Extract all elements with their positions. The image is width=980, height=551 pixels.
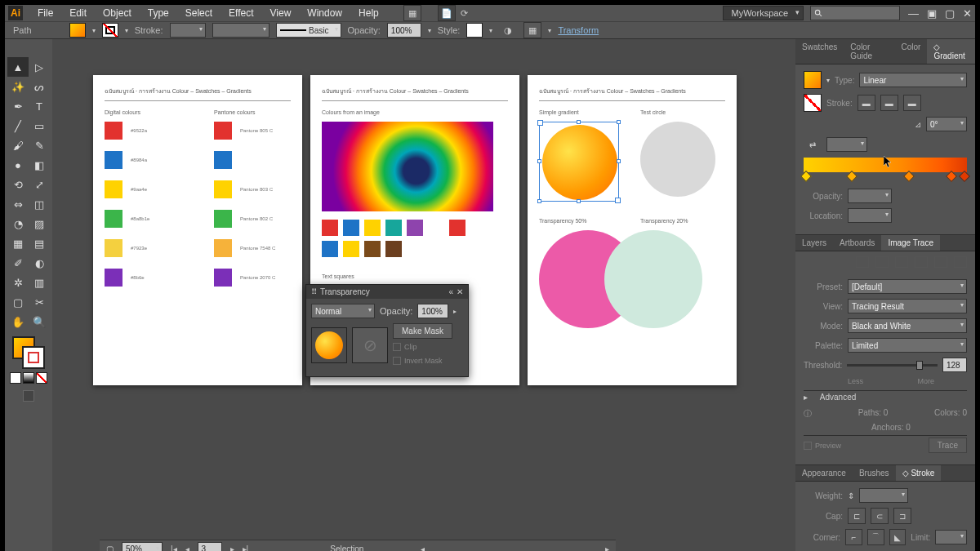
gradient-mode-icon[interactable]: [23, 372, 34, 384]
cap-butt-icon[interactable]: ⊏: [848, 508, 866, 524]
stroke-weight-dropdown[interactable]: [170, 23, 206, 38]
maximize-icon[interactable]: ▢: [945, 7, 955, 20]
workspace-dropdown[interactable]: MyWorkspace: [723, 6, 804, 20]
preset-icon[interactable]: [856, 256, 869, 268]
menu-effect[interactable]: Effect: [220, 5, 261, 21]
make-mask-button[interactable]: Make Mask: [393, 323, 452, 339]
preset-icon[interactable]: [954, 256, 967, 268]
color-mode-icon[interactable]: [10, 372, 21, 384]
gradient-tool[interactable]: ▤: [29, 233, 50, 253]
restore-icon[interactable]: ▣: [927, 7, 937, 20]
stepper-icon[interactable]: ⇕: [848, 491, 854, 500]
pen-tool[interactable]: ✒: [7, 96, 29, 116]
free-transform-tool[interactable]: ◫: [29, 194, 50, 214]
angle-field[interactable]: 0°: [926, 117, 967, 131]
width-tool[interactable]: ⇔: [7, 194, 29, 214]
gradient-type-dropdown[interactable]: Linear: [859, 73, 967, 87]
stroke-align-3-icon[interactable]: ▬: [903, 95, 921, 111]
grad-opacity-field[interactable]: [848, 189, 892, 203]
gradient-stroke-swatch[interactable]: [804, 94, 822, 112]
blend-tool[interactable]: ◐: [29, 253, 50, 273]
menu-select[interactable]: Select: [177, 5, 220, 21]
corner-round-icon[interactable]: ⌒: [867, 529, 884, 545]
zoom-tool[interactable]: 🔍: [29, 312, 50, 331]
transform-link[interactable]: Transform: [558, 25, 599, 35]
rectangle-tool[interactable]: ▭: [29, 116, 50, 136]
nav-next-icon[interactable]: ▸: [230, 544, 234, 551]
opacity-field[interactable]: 100%: [387, 23, 421, 38]
layout-icon[interactable]: ▦: [403, 5, 421, 21]
cap-square-icon[interactable]: ⊐: [893, 508, 911, 524]
brush-dropdown[interactable]: [212, 23, 270, 38]
selection-tool[interactable]: ▲: [7, 57, 29, 77]
grad-location-field[interactable]: [848, 208, 892, 223]
mask-thumb[interactable]: ⊘: [352, 327, 388, 363]
menu-object[interactable]: Object: [95, 5, 140, 21]
fill-swatch[interactable]: [69, 23, 86, 38]
transparency-panel[interactable]: ⠿ Transparency « ✕ Normal Opacity: 100% …: [305, 284, 469, 377]
threshold-field[interactable]: 128: [942, 358, 967, 372]
menu-view[interactable]: View: [262, 5, 300, 21]
tab-image-trace[interactable]: Image Trace: [881, 235, 940, 251]
tab-color[interactable]: Color: [895, 39, 928, 64]
tab-layers[interactable]: Layers: [795, 235, 833, 251]
stroke-box[interactable]: [22, 346, 45, 369]
menu-window[interactable]: Window: [299, 5, 350, 21]
sync-icon[interactable]: ⟳: [456, 5, 474, 21]
nav-prev-icon[interactable]: ◂: [185, 544, 189, 551]
tab-brushes[interactable]: Brushes: [853, 465, 896, 481]
zoom-dropdown[interactable]: 50%: [122, 542, 163, 552]
scroll-left-icon[interactable]: ◂: [421, 544, 425, 551]
view-dropdown[interactable]: Tracing Result: [848, 299, 967, 313]
preview-checkbox[interactable]: [804, 442, 812, 450]
line-tool[interactable]: ╱: [7, 116, 29, 136]
perspective-tool[interactable]: ▨: [29, 214, 50, 233]
type-tool[interactable]: T: [29, 96, 50, 116]
palette-dropdown[interactable]: Limited: [848, 338, 967, 353]
canvas[interactable]: ฉบับสมบูรณ์ · การสร้างงาน Colour – Swatc…: [52, 39, 795, 551]
nav-first-icon[interactable]: |◂: [171, 544, 177, 551]
search-input[interactable]: [810, 6, 900, 20]
gradient-preview[interactable]: [804, 71, 822, 89]
menu-help[interactable]: Help: [350, 5, 387, 21]
stroke-swatch[interactable]: [102, 23, 118, 38]
corner-miter-icon[interactable]: ⌐: [845, 529, 862, 545]
tp-opacity-field[interactable]: 100%: [417, 304, 448, 318]
paintbrush-tool[interactable]: 🖌: [7, 136, 29, 155]
stroke-align-2-icon[interactable]: ▬: [880, 95, 898, 111]
preset-icon[interactable]: [875, 256, 889, 268]
direct-selection-tool[interactable]: ▷: [29, 57, 50, 77]
artboard-number-field[interactable]: 3: [198, 542, 222, 552]
profile-dropdown[interactable]: Basic: [276, 23, 341, 38]
minimize-icon[interactable]: —: [908, 7, 919, 20]
none-mode-icon[interactable]: [36, 372, 47, 384]
preset-icon[interactable]: [895, 256, 908, 268]
menu-file[interactable]: File: [29, 5, 61, 21]
grip-icon[interactable]: ⠿: [311, 287, 317, 296]
style-swatch[interactable]: [466, 23, 483, 38]
weight-field[interactable]: [859, 488, 908, 503]
menu-edit[interactable]: Edit: [61, 5, 95, 21]
eyedropper-tool[interactable]: ✐: [7, 253, 29, 273]
clip-checkbox[interactable]: [393, 343, 401, 351]
scale-tool[interactable]: ⤢: [29, 175, 50, 194]
tab-appearance[interactable]: Appearance: [795, 465, 853, 481]
aspect-field[interactable]: [826, 137, 867, 152]
stroke-align-1-icon[interactable]: ▬: [858, 95, 875, 111]
tab-gradient[interactable]: ◇ Gradient: [927, 39, 975, 64]
limit-field[interactable]: [935, 530, 967, 544]
blob-brush-tool[interactable]: ●: [7, 155, 29, 175]
artboard-tool[interactable]: ▢: [7, 292, 29, 312]
tab-stroke[interactable]: ◇ Stroke: [896, 465, 942, 481]
doc-icon[interactable]: 📄: [438, 5, 456, 21]
reverse-gradient-icon[interactable]: ⇄: [804, 136, 822, 153]
panel-close-icon[interactable]: ✕: [457, 287, 463, 296]
fill-stroke-control[interactable]: [12, 336, 45, 369]
trace-button[interactable]: Trace: [929, 438, 967, 453]
panel-collapse-icon[interactable]: «: [448, 287, 453, 296]
screen-mode-icon[interactable]: [23, 390, 34, 402]
lasso-tool[interactable]: ᔕ: [29, 77, 50, 96]
symbol-sprayer-tool[interactable]: ✲: [7, 273, 29, 292]
magic-wand-tool[interactable]: ✨: [7, 77, 29, 96]
scroll-right-icon[interactable]: ▸: [605, 544, 609, 551]
